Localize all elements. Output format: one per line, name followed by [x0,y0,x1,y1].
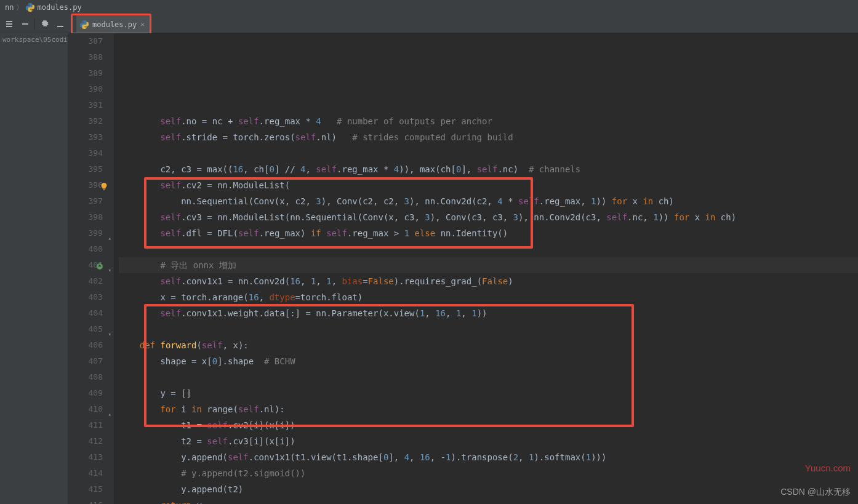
line-number[interactable]: 401▾ [68,257,103,273]
line-number[interactable]: 388 [68,49,103,65]
code-line[interactable] [119,321,858,337]
line-number[interactable]: 391 [68,97,103,113]
line-number[interactable]: 415 [68,481,103,497]
watermark-csdn: CSDN @山水无移 [780,487,851,498]
svg-rect-3 [22,23,28,25]
project-path-label: workspace\05codin [2,36,68,44]
line-number[interactable]: 414 [68,465,103,481]
line-number[interactable]: 396 [68,177,103,193]
python-file-icon [80,20,89,29]
code-line[interactable]: x = torch.arange(16, dtype=torch.float) [119,289,858,305]
code-line[interactable]: # y.append(t2.sigmoid()) [119,465,858,481]
file-tab[interactable]: modules.py ✕ [76,15,150,33]
svg-rect-2 [6,26,12,27]
fold-toggle-icon[interactable]: ▾ [108,262,111,278]
code-line[interactable]: self.cv3 = nn.ModuleList(nn.Sequential(C… [119,209,858,225]
line-number[interactable]: 408 [68,369,103,385]
line-number[interactable]: 390 [68,81,103,97]
breadcrumb: nn 〉 modules.py [0,0,858,15]
svg-rect-0 [6,23,12,25]
close-tab-icon[interactable]: ✕ [140,20,145,28]
code-line[interactable]: self.dfl = DFL(self.reg_max) if self.reg… [119,225,858,241]
python-file-icon [26,3,34,12]
code-line[interactable]: for i in range(self.nl): [119,401,858,417]
code-line[interactable] [119,241,858,257]
line-number[interactable]: 411 [68,417,103,433]
code-line[interactable]: t1 = self.cv2[i](x[i]) [119,417,858,433]
line-number[interactable]: 413 [68,449,103,465]
code-line[interactable]: self.conv1x1.weight.data[:] = nn.Paramet… [119,305,858,321]
code-line[interactable]: c2, c3 = max((16, ch[0] // 4, self.reg_m… [119,161,858,177]
fold-toggle-icon[interactable]: ▾ [108,326,111,342]
code-line[interactable]: self.no = nc + self.reg_max * 4 # number… [119,113,858,129]
line-number[interactable]: 393 [68,129,103,145]
fold-toggle-icon[interactable]: ▴ [108,230,111,246]
code-line[interactable] [119,145,858,161]
tab-label: modules.py [92,20,137,29]
code-line[interactable]: self.cv2 = nn.ModuleList( [119,177,858,193]
code-line[interactable]: nn.Sequential(Conv(x, c2, 3), Conv(c2, c… [119,193,858,209]
fold-toggle-icon[interactable]: ▴ [108,406,111,422]
line-number[interactable]: 403 [68,289,103,305]
line-number[interactable]: 399▴ [68,225,103,241]
project-tool-window[interactable]: workspace\05codin [0,33,68,504]
line-number[interactable]: 398 [68,209,103,225]
svg-rect-5 [103,189,105,190]
line-number[interactable]: 405▾ [68,321,103,337]
code-line[interactable]: shape = x[0].shape # BCHW [119,353,858,369]
line-number[interactable]: 392 [68,113,103,129]
code-line[interactable]: # 导出 onnx 增加 [119,257,858,273]
svg-rect-4 [57,26,63,27]
code-line[interactable] [119,369,858,385]
line-number-gutter[interactable]: 387388389390391392393394395396397398399▴… [68,33,114,504]
code-line[interactable]: y.append(self.conv1x1(t1.view(t1.shape[0… [119,449,858,465]
hide-tool-window-button[interactable] [1,16,17,32]
line-number[interactable]: 395 [68,161,103,177]
code-line[interactable]: y.append(t2) [119,481,858,497]
toolbar-separator [34,18,35,30]
tab-highlight-box: modules.py ✕ [71,14,151,34]
settings-gear-icon[interactable] [36,16,52,32]
minimize-button[interactable] [52,16,68,32]
line-number[interactable]: 400 [68,241,103,257]
line-number[interactable]: 410▴ [68,401,103,417]
code-line[interactable]: def forward(self, x): [119,337,858,353]
code-line[interactable]: self.stride = torch.zeros(self.nl) # str… [119,129,858,145]
code-line[interactable]: return y [119,497,858,504]
line-number[interactable]: 397 [68,193,103,209]
collapse-button[interactable] [17,16,33,32]
code-line[interactable]: self.conv1x1 = nn.Conv2d(16, 1, 1, bias=… [119,273,858,289]
watermark-yuucn: Yuucn.com [805,463,851,473]
line-number[interactable]: 389 [68,65,103,81]
toolbar: modules.py ✕ [0,15,858,33]
breadcrumb-separator: 〉 [16,0,23,15]
line-number[interactable]: 404 [68,305,103,321]
svg-rect-1 [6,21,12,22]
line-number[interactable]: 402 [68,273,103,289]
code-line[interactable]: t2 = self.cv3[i](x[i]) [119,433,858,449]
code-line[interactable]: y = [] [119,385,858,401]
line-number[interactable]: 416 [68,497,103,504]
line-number[interactable]: 394 [68,145,103,161]
line-number[interactable]: 412 [68,433,103,449]
code-area[interactable]: self.no = nc + self.reg_max * 4 # number… [114,33,858,504]
breadcrumb-file[interactable]: modules.py [37,0,81,15]
line-number[interactable]: 387 [68,33,103,49]
line-number[interactable]: 409 [68,385,103,401]
line-number[interactable]: 407 [68,353,103,369]
line-number[interactable]: 406 [68,337,103,353]
code-editor[interactable]: workspace\05codin 3873883893903913923933… [0,33,858,504]
breadcrumb-folder[interactable]: nn [5,0,14,15]
